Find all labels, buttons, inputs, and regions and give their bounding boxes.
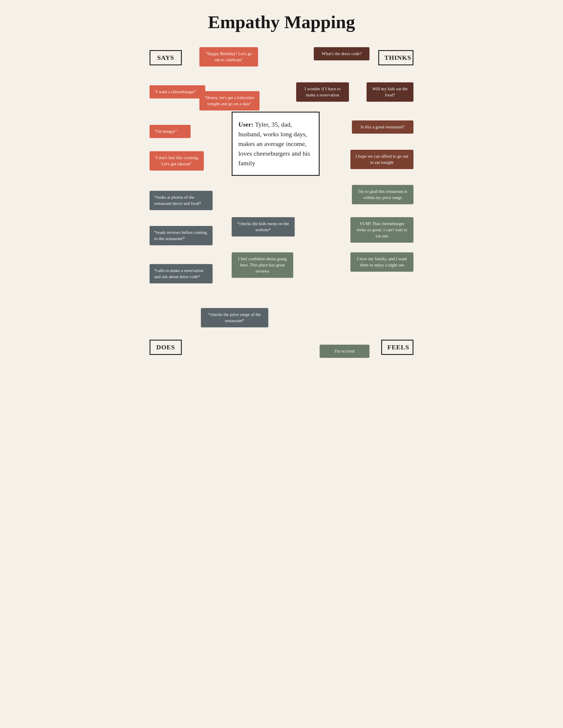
- thinks-card-5: I hope we can afford to go out to eat to…: [351, 150, 414, 169]
- thinks-card-8: I love my family, and I want them to enj…: [351, 252, 414, 272]
- empathy-map: SAYS THINKS DOES FEELS User: Tyler, 35, …: [141, 41, 422, 364]
- feels-label: FEELS: [381, 340, 414, 355]
- does-card-1: *looks at photos of the restaurant decor…: [149, 191, 212, 210]
- does-card-2: *reads reviews before coming to the rest…: [149, 226, 212, 245]
- thinks-card-2: I wonder if I have to make a reservation: [296, 82, 349, 102]
- thinks-card-7: YUM! That cheeseburger looks so good. I …: [351, 217, 414, 243]
- does-label: DOES: [149, 340, 182, 355]
- thinks-card-4: Is this a good restaurant?: [352, 120, 414, 134]
- says-label: SAYS: [149, 50, 182, 65]
- feels-card-1: I feel confident about going here. This …: [232, 252, 293, 278]
- says-card-1: "Happy Birthday! Let's go out to celebra…: [199, 47, 258, 67]
- says-card-4: "I'm hungry": [149, 125, 190, 138]
- says-card-3: "Honey, let's get a babysitter tonight a…: [199, 91, 259, 110]
- thinks-card-1: What's the dress code?: [314, 47, 370, 60]
- feels-card-2: I'm so tired: [320, 345, 370, 358]
- does-card-4: *checks the kids menu on the website*: [232, 217, 295, 237]
- thinks-card-3: Will my kids eat the food?: [367, 82, 414, 102]
- thinks-label: THINKS: [378, 50, 414, 65]
- user-card: User: Tyler, 35, dad, husband, works lon…: [232, 112, 320, 176]
- does-card-5: *checks the price range of the restauran…: [201, 308, 268, 327]
- thinks-card-6: I'm so glad this restaurant is within my…: [352, 185, 414, 204]
- says-card-2: "I want a cheeseburger": [149, 85, 205, 98]
- user-prefix: User:: [238, 121, 253, 128]
- says-card-5: "I don't feel like cooking. Let's get ta…: [149, 151, 204, 171]
- does-card-3: *calls to make a reservation and ask abo…: [149, 264, 212, 283]
- page-title: Empathy Mapping: [141, 0, 422, 41]
